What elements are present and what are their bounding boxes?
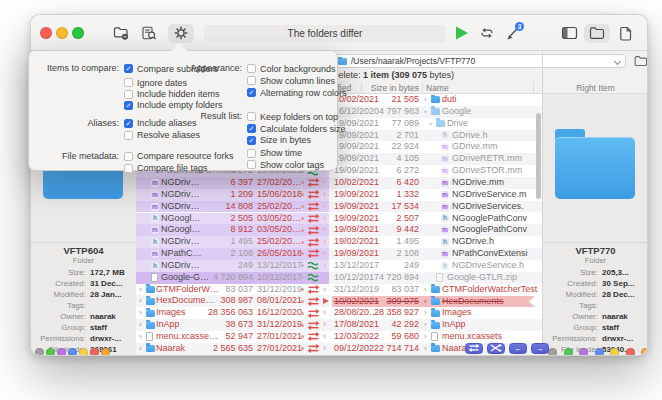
checkbox-box[interactable] — [247, 160, 256, 169]
table-row[interactable]: hNGoogl…2 50503/05/20…›19/09/20212 507hN… — [136, 213, 542, 225]
column-header-name[interactable]: Name — [426, 81, 449, 94]
right-path-field[interactable]: /Users/naarak/Projects/VFTP770 — [334, 54, 626, 68]
checkbox-box[interactable] — [124, 152, 133, 161]
disclosure-chevron[interactable]: › — [139, 295, 142, 307]
checkbox-compare-file-tags[interactable]: Compare file tags — [124, 163, 208, 174]
checkbox-box[interactable] — [124, 78, 133, 87]
new-comparison-folder-icon[interactable] — [113, 26, 129, 40]
choose-folder-button[interactable] — [634, 55, 648, 67]
tag-color-dot[interactable] — [101, 348, 110, 356]
disclosure-chevron[interactable]: › — [139, 343, 142, 355]
popover-group-label: Aliases: — [29, 118, 119, 128]
checkbox-box[interactable] — [124, 164, 133, 173]
checkbox-box[interactable] — [124, 90, 133, 99]
left-file-name: NGoogl… — [161, 224, 201, 236]
table-row[interactable]: mNGDriv…1 20915/06/2018›19/09/20211 332m… — [136, 189, 542, 201]
column-header-size[interactable]: Size in bytes — [367, 81, 419, 94]
checkbox-compare-resource-forks[interactable]: Compare resource forks — [124, 151, 234, 162]
disclosure-chevron[interactable]: › — [424, 343, 427, 355]
chevron-down-icon[interactable] — [614, 58, 621, 65]
table-row[interactable]: ›GTMFolderW…83 03731/12/2019›31/12/20198… — [136, 284, 542, 296]
table-row[interactable]: ›InApp38 67331/12/2019›17/08/202142 292›… — [136, 319, 542, 331]
tag-color-dot[interactable] — [548, 348, 557, 356]
checkbox-keep-folders-on-top[interactable]: Keep folders on top — [247, 111, 338, 122]
checkbox-include-empty-folders[interactable]: ✓Include empty folders — [124, 100, 223, 111]
tag-color-dot[interactable] — [564, 348, 573, 356]
table-row[interactable]: ›Images28 356 06316/12/2020›28/08/20…28 … — [136, 307, 542, 319]
tag-color-dot[interactable] — [68, 348, 77, 356]
disclosure-chevron[interactable]: › — [424, 106, 427, 118]
checkbox-box[interactable] — [247, 64, 256, 73]
checkbox-box[interactable]: ✓ — [247, 136, 256, 145]
tag-color-dot[interactable] — [579, 348, 588, 356]
shuffle-button[interactable] — [487, 343, 505, 354]
scrollbar-thumb[interactable] — [536, 113, 541, 199]
tag-color-dot[interactable] — [46, 348, 55, 356]
disclosure-chevron[interactable]: › — [424, 284, 427, 296]
disclosure-chevron[interactable]: › — [139, 331, 142, 343]
checkbox-box[interactable] — [247, 76, 256, 85]
table-row[interactable]: mNPathC…2 10826/05/2018›19/09/20212 108m… — [136, 248, 542, 260]
disclosure-chevron[interactable]: › — [424, 307, 427, 319]
disclosure-chevron[interactable]: › — [429, 118, 432, 130]
table-row[interactable]: Google-G…4 720 89410/12/2017›10/12/20174… — [136, 272, 542, 284]
gear-icon[interactable] — [174, 26, 188, 40]
tag-color-dot[interactable] — [610, 348, 619, 356]
checkbox-box[interactable]: ✓ — [124, 101, 133, 110]
checkbox-color-backgrounds[interactable]: Color backgrounds — [247, 63, 336, 74]
tag-color-dot[interactable] — [35, 348, 44, 356]
sync-arrows-button[interactable] — [465, 343, 483, 354]
disclosure-chevron[interactable]: › — [424, 331, 427, 343]
checkbox-box[interactable]: ✓ — [124, 64, 133, 73]
minimize-button[interactable] — [56, 27, 68, 39]
checkbox-resolve-aliases[interactable]: Resolve aliases — [124, 130, 200, 141]
table-row[interactable]: hNGDriv…24913/12/2017›13/12/2017249hNGDr… — [136, 260, 542, 272]
table-row[interactable]: ›menu.xcasse…52 94727/01/2021›12/03/2022… — [136, 331, 542, 343]
checkbox-box[interactable]: ✓ — [124, 119, 133, 128]
disclosure-chevron[interactable]: › — [139, 319, 142, 331]
checkbox-box[interactable]: ✓ — [247, 124, 256, 133]
play-icon[interactable] — [455, 26, 469, 40]
metadata-value: 28 Jan... — [90, 290, 122, 299]
disclosure-chevron[interactable]: › — [139, 284, 142, 296]
row-direction-marker: › — [323, 260, 326, 272]
disclosure-chevron[interactable]: › — [139, 307, 142, 319]
tag-color-dot[interactable] — [90, 348, 99, 356]
checkbox-box[interactable] — [247, 112, 256, 121]
table-row[interactable]: hNGDriv…1 49525/02/20…›19/02/20211 495hN… — [136, 236, 542, 248]
table-row[interactable]: mNGDriv…6 39727/02/20…›10/02/20216 420mN… — [136, 177, 542, 189]
disclosure-chevron[interactable]: › — [424, 319, 427, 331]
tag-color-dot[interactable] — [79, 348, 88, 356]
checkbox-show-column-lines[interactable]: Show column lines — [247, 75, 335, 86]
disclosure-chevron[interactable]: › — [424, 296, 427, 307]
checkbox-alternating-row-colors[interactable]: ✓Alternating row colors — [247, 87, 347, 98]
comparison-status — [307, 331, 320, 343]
report-document-search-icon[interactable] — [141, 26, 157, 41]
tag-color-dot[interactable] — [641, 348, 648, 356]
arrow-right-button[interactable]: → — [531, 343, 549, 354]
table-row[interactable]: mNGoogl…8 91203/05/20…›19/09/20219 442mN… — [136, 224, 542, 236]
folder-view-icon[interactable] — [589, 26, 605, 40]
checkbox-box[interactable] — [124, 131, 133, 140]
checkbox-box[interactable] — [247, 149, 256, 158]
tag-color-dot[interactable] — [57, 348, 66, 356]
file-view-icon[interactable] — [619, 26, 632, 41]
checkbox-show-color-tags[interactable]: Show color tags — [247, 159, 324, 170]
checkbox-size-in-bytes[interactable]: ✓Size in bytes — [247, 135, 311, 146]
arrow-left-button[interactable]: ← — [509, 343, 527, 354]
table-row[interactable]: mNGDriv…14 80825/02/20…›19/09/202117 534… — [136, 201, 542, 213]
table-row[interactable]: ›HexDocume…308 98708/01/202110/02/202130… — [136, 295, 542, 307]
checkbox-show-time[interactable]: Show time — [247, 148, 302, 159]
tag-color-dot[interactable] — [626, 348, 635, 356]
checkbox-ignore-dates[interactable]: Ignore dates — [124, 77, 187, 88]
checkbox-calculate-folders-size[interactable]: ✓Calculate folders size — [247, 123, 346, 134]
toggle-sidebar-icon[interactable] — [561, 26, 578, 40]
repeat-icon[interactable] — [479, 27, 495, 39]
zoom-button[interactable] — [72, 27, 84, 39]
metadata-label: Tags: — [33, 301, 86, 310]
checkbox-include-hidden-items[interactable]: Include hidden items — [124, 89, 220, 100]
disclosure-chevron[interactable]: › — [424, 94, 427, 106]
tag-color-dot[interactable] — [595, 348, 604, 356]
close-button[interactable] — [40, 27, 52, 39]
checkbox-box[interactable]: ✓ — [247, 88, 256, 97]
